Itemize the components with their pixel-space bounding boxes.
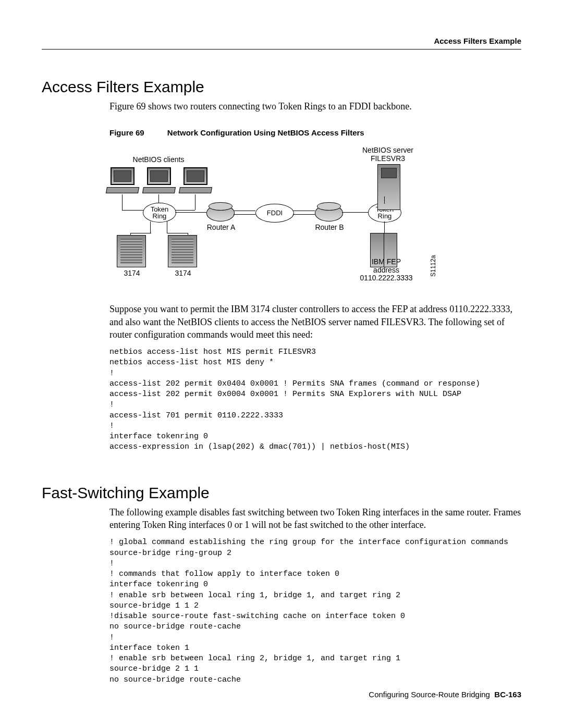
- section2-code: ! global command establishing the ring g…: [109, 537, 521, 685]
- diagram-id: S1112a: [430, 255, 437, 277]
- running-header: Access Filters Example: [434, 36, 521, 45]
- section2-title: Fast-Switching Example: [42, 484, 521, 502]
- router-b-icon: [315, 205, 343, 221]
- label-router-b: Router B: [309, 224, 350, 231]
- label-3174a: 3174: [119, 269, 145, 277]
- figure-diagram: NetBIOS clients NetBIOS server FILESVR3 …: [106, 146, 450, 292]
- section1-code: netbios access-list host MIS permit FILE…: [109, 347, 521, 453]
- footer-text: Configuring Source-Route Bridging: [369, 690, 490, 699]
- figure-caption: Figure 69 Network Configuration Using Ne…: [109, 128, 521, 137]
- section2-intro: The following example disables fast swit…: [109, 506, 521, 532]
- client-computer-icon: [106, 167, 139, 193]
- token-ring-a-icon: Token Ring: [143, 203, 176, 223]
- figure-number: Figure 69: [109, 128, 144, 137]
- label-netbios-server: NetBIOS server FILESVR3: [351, 146, 424, 163]
- section1-paragraph: Suppose you want to permit the IBM 3174 …: [109, 303, 521, 341]
- label-fep: IBM FEP address 0110.2222.3333: [352, 258, 420, 282]
- c3174-icon: [117, 235, 146, 267]
- client-computer-icon: [179, 167, 212, 193]
- client-computer-icon: [143, 167, 175, 193]
- section1-title: Access Filters Example: [42, 78, 521, 96]
- label-3174b: 3174: [170, 269, 196, 277]
- c3174-icon: [168, 235, 197, 267]
- label-router-a: Router A: [200, 224, 242, 231]
- figure-title: Network Configuration Using NetBIOS Acce…: [167, 128, 364, 137]
- header-rule: [42, 49, 521, 50]
- fddi-icon: FDDI: [255, 204, 294, 223]
- router-a-icon: [206, 205, 235, 221]
- page-number: BC-163: [494, 690, 521, 699]
- page-footer: Configuring Source-Route Bridging BC-163: [369, 690, 521, 699]
- server-icon: [377, 164, 400, 210]
- label-netbios-clients: NetBIOS clients: [127, 156, 190, 164]
- section1-intro: Figure 69 shows two routers connecting t…: [109, 100, 521, 113]
